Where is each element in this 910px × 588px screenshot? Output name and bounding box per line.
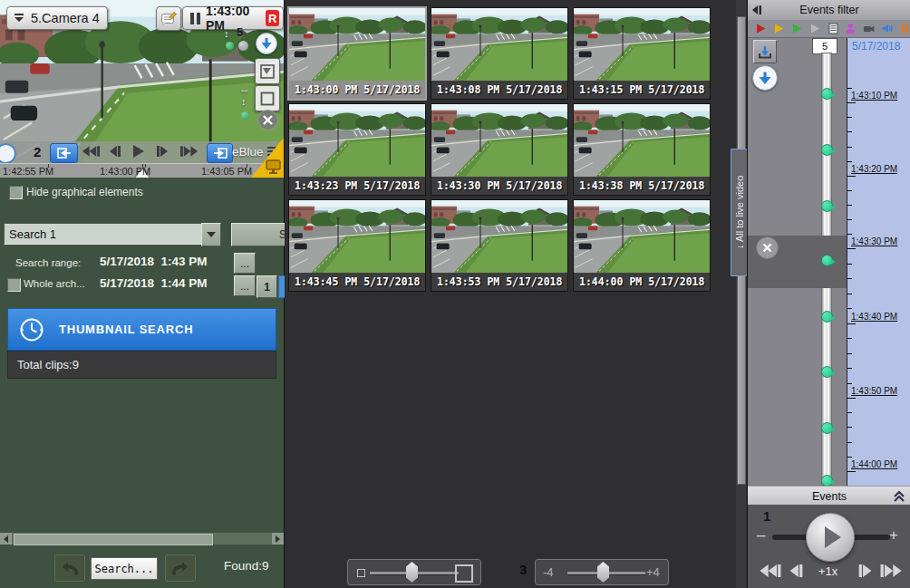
video-timeline[interactable]: 1:42:55 PM1:43:00 PM1:43:05 PM [0,163,284,178]
events-fast-forward-button[interactable] [880,564,902,577]
record-badge: R [266,10,279,26]
thumbnail-clip[interactable]: 1:43:23 PM 5/17/2018 [288,103,426,196]
video-timeline-label: 1:42:55 PM [3,166,53,177]
collapse-panel-icon[interactable] [751,4,763,16]
redo-search-button[interactable] [165,554,196,582]
clock-icon[interactable] [0,143,16,164]
filter-warning-yellow-icon[interactable] [773,23,785,34]
scroll-right-button[interactable] [272,533,284,545]
events-header[interactable]: Events [748,486,910,506]
jump-to-end-button[interactable] [207,143,233,163]
events-playback-controls: 1 – + +1x [748,505,910,588]
events-step-forward-button[interactable] [858,564,873,577]
event-marker-dot[interactable] [821,144,833,156]
event-marker-dot[interactable] [821,255,833,266]
filter-info-gray-icon[interactable] [809,23,821,34]
range-end-more-button[interactable]: ... [234,275,256,296]
flag-tool-icon [260,64,275,79]
size-slider-thumb[interactable] [406,562,418,583]
close-overlay-button[interactable] [257,110,278,130]
scroll-left-button[interactable] [0,533,12,545]
video-surveillance-app: 5.Camera 4 1:43:00 PM R ↕ 5 ↔ ↕ [0,0,910,588]
export-down-button[interactable] [256,33,277,54]
filter-operator-icon[interactable] [845,23,857,34]
event-marker-dot[interactable] [821,366,833,378]
filter-pause-icon[interactable] [899,23,910,34]
thumbnail-search-label: THUMBNAIL SEARCH [59,323,193,336]
filter-camera-icon[interactable] [863,23,875,34]
search-preset-dropdown-button[interactable] [201,223,221,246]
events-play-button[interactable] [806,513,855,562]
zone-gray-orb-icon[interactable] [238,41,248,51]
thumbnail-search-button[interactable]: THUMBNAIL SEARCH [7,308,276,351]
ruler-minor-tick [847,383,852,384]
grid-scrollbar[interactable] [736,0,746,588]
import-events-button[interactable] [753,40,777,63]
speed-minus[interactable]: – [757,526,765,545]
event-marker-dot[interactable] [821,200,833,212]
event-marker-dot[interactable] [821,311,833,323]
interval-field[interactable]: 1 [257,275,277,298]
filter-alarm-red-icon[interactable] [755,23,767,34]
events-filter-header[interactable]: Events filter [748,0,910,21]
whole-archive-checkbox[interactable] [7,278,21,292]
range-start-more-button[interactable]: ... [234,253,256,274]
zone-status-orb2-icon[interactable] [241,111,249,120]
comment-note-button[interactable] [156,6,181,31]
rewind-button[interactable] [82,146,100,157]
thumbnail-size-slider[interactable] [347,559,481,585]
thumbnail-clip[interactable]: 1:43:08 PM 5/17/2018 [431,7,568,100]
thumbnail-clip[interactable]: 1:43:15 PM 5/17/2018 [573,7,711,100]
close-range-button[interactable] [756,236,779,259]
skin-label: eBlue [232,145,264,159]
scroll-to-current-button[interactable] [752,65,778,91]
horizontal-scrollbar[interactable] [0,533,284,545]
play-button[interactable] [133,145,144,158]
filter-log-list-icon[interactable] [828,23,839,34]
playback-time-chip[interactable]: 1:43:00 PM R [182,6,284,30]
thumbnail-clip[interactable]: 1:43:38 PM 5/17/2018 [573,103,711,196]
thumbnail-clip[interactable]: 1:43:30 PM 5/17/2018 [431,103,568,196]
speed-plus[interactable]: + [889,526,898,545]
search-preset-input[interactable]: Search 1 [4,223,210,245]
thumbnail-timestamp: 1:43:30 PM 5/17/2018 [431,177,567,195]
step-back-button[interactable] [109,146,121,157]
jump-to-start-button[interactable] [50,143,78,163]
events-step-back-button[interactable] [789,564,803,577]
speed-slider-thumb[interactable] [597,562,609,583]
camera-viewport[interactable]: 5.Camera 4 1:43:00 PM R ↕ 5 ↔ ↕ [0,0,284,178]
zone-rect-tool-button[interactable] [255,85,280,111]
events-rewind-button[interactable] [760,564,781,577]
ruler-minor-tick [847,219,852,220]
resize-vertical2-icon[interactable]: ↕ [241,96,247,107]
camera-selector[interactable]: 5.Camera 4 [6,6,108,30]
interval-value: 1 [264,281,270,294]
close-icon [762,243,772,253]
undo-search-button[interactable] [54,554,85,582]
resize-vertical-icon[interactable]: ↕ [224,28,229,39]
event-marker-dot[interactable] [821,88,833,100]
hide-graphical-checkbox[interactable] [9,186,23,199]
event-filter-icon-row [748,20,910,38]
thumbnail-clip[interactable]: 1:43:53 PM 5/17/2018 [431,199,568,292]
total-clips-text: Total clips:9 [17,358,79,371]
filter-ok-green-icon[interactable] [791,23,803,34]
thumbnail-clip[interactable]: 1:44:00 PM 5/17/2018 [573,199,711,292]
search-button[interactable]: Search... [91,557,158,580]
event-marker-dot[interactable] [821,422,833,434]
collapse-up-icon[interactable] [893,490,905,503]
resize-horizontal-icon[interactable]: ↔ [239,83,249,94]
thumbnail-clip[interactable]: 1:43:45 PM 5/17/2018 [288,199,426,292]
events-timeline-area: 5 5/17/2018 1:43:10 PM1:43:20 PM1:43:30 … [748,38,910,486]
scrollbar-thumb[interactable] [14,534,213,545]
zone-flag-tool-button[interactable] [255,58,280,84]
fast-forward-button[interactable] [180,146,198,157]
filter-audio-icon[interactable] [881,23,893,34]
playback-speed-slider[interactable]: -4 +4 [535,559,669,585]
all-to-live-video-tab[interactable]: ↓ All to live video [731,149,748,276]
step-forward-button[interactable] [157,146,169,157]
speed-max-label: +4 [646,565,660,579]
events-time-ruler[interactable]: 5/17/2018 1:43:10 PM1:43:20 PM1:43:30 PM… [847,38,910,486]
zone-status-orb-icon[interactable] [226,42,234,50]
thumbnail-clip[interactable]: 1:43:00 PM 5/17/2018 [287,6,427,101]
